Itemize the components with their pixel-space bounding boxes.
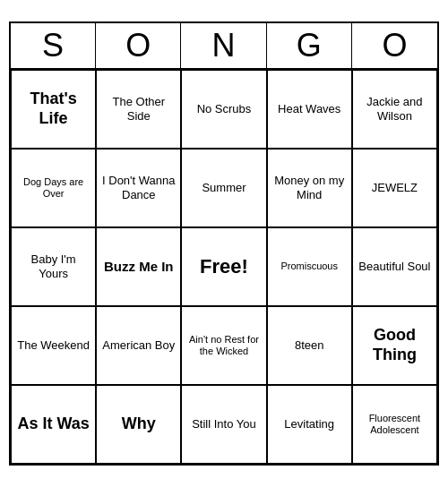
bingo-cell-3[interactable]: Heat Waves [267, 70, 352, 149]
bingo-cell-20[interactable]: As It Was [11, 385, 96, 464]
bingo-card: SONGO That's LifeThe Other SideNo Scrubs… [9, 21, 439, 466]
bingo-cell-0[interactable]: That's Life [11, 70, 96, 149]
bingo-cell-10[interactable]: Baby I'm Yours [11, 227, 96, 306]
bingo-cell-24[interactable]: Fluorescent Adolescent [352, 385, 437, 464]
bingo-cell-7[interactable]: Summer [181, 149, 266, 227]
bingo-cell-15[interactable]: The Weekend [11, 306, 96, 385]
header-letter-o: O [96, 23, 181, 68]
bingo-cell-9[interactable]: JEWELZ [352, 149, 437, 227]
bingo-cell-21[interactable]: Why [96, 385, 181, 464]
bingo-cell-18[interactable]: 8teen [267, 306, 352, 385]
header-letter-o: O [352, 23, 437, 68]
bingo-cell-8[interactable]: Money on my Mind [267, 149, 352, 227]
bingo-cell-23[interactable]: Levitating [267, 385, 352, 464]
bingo-grid: That's LifeThe Other SideNo ScrubsHeat W… [11, 70, 437, 464]
bingo-cell-17[interactable]: Ain't no Rest for the Wicked [181, 306, 266, 385]
bingo-cell-5[interactable]: Dog Days are Over [11, 149, 96, 227]
header-letter-s: S [11, 23, 96, 68]
bingo-header: SONGO [11, 23, 437, 70]
bingo-cell-6[interactable]: I Don't Wanna Dance [96, 149, 181, 227]
header-letter-n: N [181, 23, 266, 68]
header-letter-g: G [267, 23, 352, 68]
bingo-cell-14[interactable]: Beautiful Soul [352, 227, 437, 306]
bingo-cell-1[interactable]: The Other Side [96, 70, 181, 149]
bingo-cell-4[interactable]: Jackie and Wilson [352, 70, 437, 149]
bingo-cell-22[interactable]: Still Into You [181, 385, 266, 464]
bingo-cell-19[interactable]: Good Thing [352, 306, 437, 385]
bingo-cell-12[interactable]: Free! [181, 227, 266, 306]
bingo-cell-13[interactable]: Promiscuous [267, 227, 352, 306]
bingo-cell-2[interactable]: No Scrubs [181, 70, 266, 149]
bingo-cell-11[interactable]: Buzz Me In [96, 227, 181, 306]
bingo-cell-16[interactable]: American Boy [96, 306, 181, 385]
